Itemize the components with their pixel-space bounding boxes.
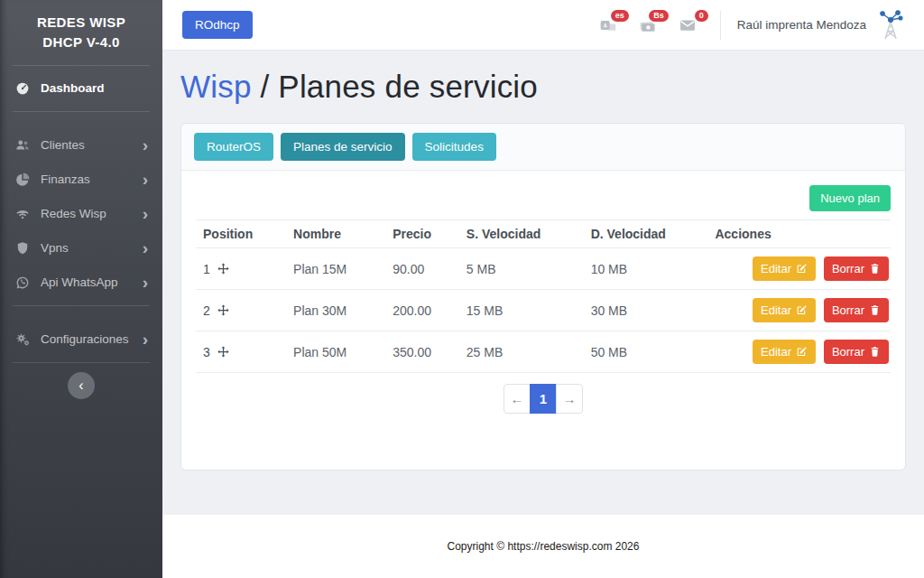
app-root: REDES WISP DHCP V-4.0 Dashboard Clientes… — [0, 0, 924, 578]
edit-pencil-icon — [796, 263, 808, 275]
sidebar-item-clientes[interactable]: Clientes › — [0, 128, 162, 163]
footer: Copyright © https://redeswisp.com 2026 — [162, 515, 924, 578]
s-velocidad-value: 5 MB — [459, 248, 584, 290]
nombre-value: Plan 15M — [286, 248, 385, 290]
position-value: 1 — [203, 262, 210, 276]
shield-icon — [14, 240, 31, 256]
tab-solicitudes[interactable]: Solicitudes — [412, 133, 496, 161]
navbar-divider — [720, 11, 721, 40]
gears-icon — [14, 331, 31, 348]
position-value: 2 — [203, 303, 210, 318]
edit-button[interactable]: Editar — [753, 340, 816, 364]
edit-button-label: Editar — [761, 345, 791, 359]
table-row: 3 Plan 50M 350.00 25 MB 50 MB Editar Bor… — [196, 331, 891, 373]
edit-button[interactable]: Editar — [753, 256, 816, 281]
app-logo-title: REDES WISP DHCP V-4.0 — [0, 9, 162, 60]
breadcrumb-current: / Planes de servicio — [252, 69, 538, 104]
users-icon — [14, 137, 31, 154]
header-precio: Precio — [385, 220, 459, 248]
sidebar-item-label: Redes Wisp — [41, 207, 106, 220]
sidebar: REDES WISP DHCP V-4.0 Dashboard Clientes… — [0, 0, 162, 578]
table-row: 1 Plan 15M 90.00 5 MB 10 MB Editar Borra… — [196, 248, 891, 290]
plans-card: RouterOS Planes de servicio Solicitudes … — [180, 123, 906, 471]
drag-move-icon[interactable] — [217, 262, 230, 275]
delete-button-label: Borrar — [832, 303, 864, 317]
whatsapp-icon — [14, 275, 31, 291]
sidebar-item-label: Dashboard — [41, 81, 105, 95]
chevron-left-icon: ‹ — [79, 378, 83, 393]
tab-routeros[interactable]: RouterOS — [194, 133, 273, 161]
sidebar-item-finanzas[interactable]: Finanzas › — [0, 163, 162, 197]
plans-table: Position Nombre Precio S. Velocidad D. V… — [196, 219, 891, 373]
top-navbar: ROdhcp es Bs 0 Raúl imprenta Mendoza — [162, 0, 924, 51]
delete-button-label: Borrar — [832, 262, 864, 275]
header-s-velocidad: S. Velocidad — [459, 220, 584, 248]
header-nombre: Nombre — [286, 220, 385, 248]
sidebar-divider — [13, 65, 150, 66]
tab-planes-de-servicio[interactable]: Planes de servicio — [281, 133, 405, 161]
card-body: Nuevo plan Position Nombre Precio S. Vel… — [181, 171, 905, 470]
pagination-prev-button[interactable]: ← — [504, 384, 531, 414]
table-header-row: Position Nombre Precio S. Velocidad D. V… — [196, 220, 891, 248]
sidebar-divider — [13, 305, 150, 306]
sidebar-divider — [13, 362, 150, 363]
pagination: ← 1 → — [196, 384, 891, 414]
edit-button[interactable]: Editar — [753, 298, 816, 322]
main-column: ROdhcp es Bs 0 Raúl imprenta Mendoza — [162, 0, 924, 578]
d-velocidad-value: 10 MB — [584, 248, 708, 290]
chevron-right-icon: › — [143, 331, 148, 348]
currency-badge: Bs — [649, 10, 669, 22]
delete-button-label: Borrar — [832, 345, 864, 359]
chevron-right-icon: › — [143, 274, 148, 291]
s-velocidad-value: 15 MB — [459, 290, 584, 331]
drag-move-icon[interactable] — [217, 303, 230, 317]
d-velocidad-value: 30 MB — [584, 290, 708, 331]
chevron-right-icon: › — [143, 171, 148, 188]
header-position: Position — [196, 220, 286, 248]
messages-badge: 0 — [695, 10, 708, 22]
app-title-line2: DHCP V-4.0 — [7, 33, 155, 52]
speedometer-icon — [14, 80, 31, 97]
pagination-next-button[interactable]: → — [556, 384, 583, 414]
sidebar-item-configuraciones[interactable]: Configuraciones › — [0, 322, 162, 357]
sidebar-item-label: Configuraciones — [41, 332, 129, 346]
pie-chart-icon — [14, 172, 31, 188]
drag-move-icon[interactable] — [217, 345, 230, 359]
trash-icon — [869, 304, 881, 316]
chevron-right-icon: › — [143, 136, 148, 154]
breadcrumb-wisp-link[interactable]: Wisp — [180, 69, 252, 104]
trash-icon — [869, 263, 881, 275]
new-plan-button[interactable]: Nuevo plan — [809, 185, 891, 211]
edit-button-label: Editar — [761, 303, 791, 317]
messages-icon[interactable]: 0 — [679, 16, 698, 34]
delete-button[interactable]: Borrar — [824, 340, 889, 364]
sidebar-item-vpns[interactable]: Vpns › — [0, 231, 162, 266]
rodhcp-button[interactable]: ROdhcp — [182, 11, 253, 39]
pagination-page-1[interactable]: 1 — [530, 384, 557, 414]
sidebar-item-label: Clientes — [41, 138, 85, 152]
sidebar-item-api-whatsapp[interactable]: Api WhatsApp › — [0, 266, 162, 300]
precio-value: 200.00 — [385, 290, 459, 331]
currency-icon[interactable]: Bs — [639, 16, 659, 34]
page-title: Wisp / Planes de servicio — [180, 69, 906, 105]
wifi-icon — [14, 206, 31, 222]
trash-icon — [869, 346, 881, 358]
table-toolbar: Nuevo plan — [196, 185, 891, 211]
delete-button[interactable]: Borrar — [824, 298, 889, 322]
edit-pencil-icon — [796, 304, 808, 316]
app-title-line1: REDES WISP — [7, 13, 155, 33]
language-icon[interactable]: es — [599, 16, 619, 34]
sidebar-item-redes-wisp[interactable]: Redes Wisp › — [0, 197, 162, 231]
delete-button[interactable]: Borrar — [824, 256, 889, 281]
antenna-avatar-icon[interactable] — [877, 10, 904, 41]
header-acciones: Acciones — [707, 220, 891, 248]
d-velocidad-value: 50 MB — [584, 331, 708, 373]
sidebar-item-label: Vpns — [41, 241, 69, 255]
user-menu[interactable]: Raúl imprenta Mendoza — [737, 18, 866, 32]
position-value: 3 — [203, 345, 210, 359]
precio-value: 90.00 — [385, 248, 459, 290]
sidebar-item-dashboard[interactable]: Dashboard — [0, 71, 162, 106]
s-velocidad-value: 25 MB — [459, 331, 584, 373]
sidebar-collapse-button[interactable]: ‹ — [68, 372, 95, 399]
edit-pencil-icon — [796, 346, 808, 358]
